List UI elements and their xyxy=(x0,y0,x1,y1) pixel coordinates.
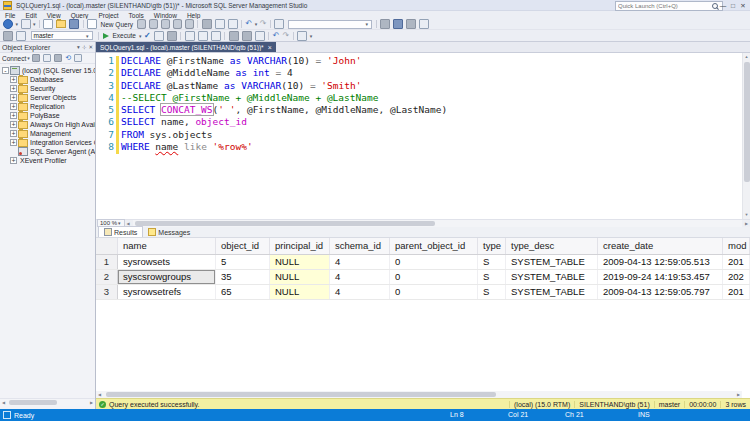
change-connection-icon[interactable] xyxy=(16,31,26,41)
grid-column-header[interactable] xyxy=(96,238,118,254)
editor-vscrollbar[interactable]: ▲ ▼ xyxy=(742,53,750,219)
grid-cell[interactable]: 3 xyxy=(96,285,118,299)
grid-cell[interactable]: 0 xyxy=(390,255,478,269)
open-file-icon[interactable] xyxy=(56,20,66,28)
menu-tools[interactable]: Tools xyxy=(124,12,149,19)
database-query-icon[interactable] xyxy=(149,19,158,29)
new-query-icon[interactable] xyxy=(87,19,97,29)
parse-icon[interactable]: ✓ xyxy=(144,32,151,40)
grid-cell[interactable]: syscsrowgroups xyxy=(118,270,216,284)
tree-item[interactable]: -(local) (SQL Server 15.0.2080.9 - SILEN… xyxy=(0,66,95,75)
window-position-icon[interactable]: ▾ xyxy=(77,44,80,50)
grid-cell[interactable]: NULL xyxy=(270,285,330,299)
grid-cell[interactable]: 65 xyxy=(216,285,270,299)
chevron-down-icon[interactable]: ▾ xyxy=(16,21,19,27)
grid-column-header[interactable]: mod xyxy=(723,238,750,254)
panel-icon[interactable] xyxy=(419,19,429,29)
chevron-down-icon[interactable]: ▾ xyxy=(33,21,36,27)
expand-icon[interactable]: + xyxy=(10,76,17,83)
code-area[interactable]: DECLARE @FirstName as VARCHAR(10) = 'Joh… xyxy=(121,55,447,153)
close-button[interactable]: ✕ xyxy=(738,1,748,10)
quick-launch-box[interactable] xyxy=(615,1,723,11)
close-pane-icon[interactable]: ✕ xyxy=(88,44,93,50)
menu-view[interactable]: View xyxy=(42,12,66,19)
expand-icon[interactable]: + xyxy=(10,103,17,110)
grid-cell[interactable]: SYSTEM_TABLE xyxy=(506,270,598,284)
query-options-icon[interactable] xyxy=(297,31,307,41)
menu-edit[interactable]: Edit xyxy=(20,12,41,19)
tree-item[interactable]: +Integration Services Catalogs xyxy=(0,138,95,147)
display-estimated-plan-icon[interactable]: ↶ xyxy=(273,32,280,40)
menu-query[interactable]: Query xyxy=(66,12,94,19)
grid-cell[interactable]: sysrowsets xyxy=(118,255,216,269)
tab-close-icon[interactable]: × xyxy=(268,44,272,51)
redo-icon[interactable]: ↷ xyxy=(260,20,267,28)
expand-icon[interactable]: + xyxy=(10,157,17,164)
grid-cell[interactable]: 2019-09-24 14:19:53.457 xyxy=(598,270,723,284)
grid-column-header[interactable]: type xyxy=(478,238,506,254)
menu-help[interactable]: Help xyxy=(182,12,205,19)
stop-icon[interactable] xyxy=(43,54,51,62)
expand-icon[interactable]: + xyxy=(10,85,17,92)
grid-cell[interactable]: 202 xyxy=(723,270,750,284)
grid-cell[interactable]: SYSTEM_TABLE xyxy=(506,255,598,269)
tree-item[interactable]: +Replication xyxy=(0,102,95,111)
tab-messages[interactable]: Messages xyxy=(143,227,195,237)
chevron-down-icon[interactable]: ▾ xyxy=(27,55,30,61)
menu-project[interactable]: Project xyxy=(93,12,123,19)
quick-launch-input[interactable] xyxy=(616,3,712,9)
analyze-icon[interactable] xyxy=(154,31,164,41)
grid-cell[interactable]: NULL xyxy=(270,270,330,284)
grid-cell[interactable]: 0 xyxy=(390,285,478,299)
grid-column-header[interactable]: create_date xyxy=(598,238,723,254)
maximize-button[interactable]: □ xyxy=(728,1,738,10)
object-explorer-hscrollbar[interactable]: ◀ ▶ xyxy=(0,398,95,406)
expand-icon[interactable]: + xyxy=(10,139,17,146)
find-combobox[interactable]: ▾ xyxy=(288,20,372,29)
paste-icon[interactable] xyxy=(228,19,238,29)
grid-cell[interactable]: 201 xyxy=(723,255,750,269)
pin-icon[interactable]: ⊹ xyxy=(82,44,87,50)
cut-icon[interactable] xyxy=(202,19,212,29)
execute-icon[interactable] xyxy=(103,33,109,39)
execute-button[interactable]: Execute xyxy=(113,32,137,39)
grid-cell[interactable]: SYSTEM_TABLE xyxy=(506,285,598,299)
copy-icon[interactable] xyxy=(215,19,225,29)
database-dropdown[interactable]: master▾ xyxy=(31,31,93,40)
chevron-down-icon[interactable]: ▾ xyxy=(310,33,313,39)
undo-icon[interactable]: ↶ xyxy=(246,20,253,28)
sql-editor[interactable]: 12345678 DECLARE @FirstName as VARCHAR(1… xyxy=(96,53,750,219)
tree-item[interactable]: +Server Objects xyxy=(0,93,95,102)
expand-icon[interactable]: + xyxy=(10,121,17,128)
grid-column-header[interactable]: type_desc xyxy=(506,238,598,254)
grid-cell[interactable]: 5 xyxy=(216,255,270,269)
new-query-button[interactable]: New Query xyxy=(101,21,134,28)
expand-icon[interactable]: + xyxy=(10,94,17,101)
results-hscrollbar[interactable]: ◀ ▶ xyxy=(96,391,742,398)
refresh-icon[interactable]: ⟲ xyxy=(65,54,71,62)
save-icon[interactable] xyxy=(69,19,79,29)
tree-item[interactable]: +Security xyxy=(0,84,95,93)
results-grid-icon[interactable] xyxy=(198,31,208,41)
tree-item[interactable]: +Management xyxy=(0,129,95,138)
include-actual-plan-icon[interactable]: ↷ xyxy=(282,32,289,40)
grid-cell[interactable]: 4 xyxy=(330,285,390,299)
results-file-icon[interactable] xyxy=(211,31,221,41)
grid-cell[interactable]: S xyxy=(478,285,506,299)
database-query-icon[interactable] xyxy=(185,19,194,29)
grid-column-header[interactable]: principal_id xyxy=(270,238,330,254)
grid-column-header[interactable]: name xyxy=(118,238,216,254)
properties-icon[interactable] xyxy=(380,19,390,29)
tree-item[interactable]: +XEvent Profiler xyxy=(0,156,95,165)
image-icon[interactable] xyxy=(393,19,403,29)
chevron-down-icon[interactable]: ▾ xyxy=(255,21,258,27)
grid-cell[interactable]: 4 xyxy=(330,270,390,284)
find-icon[interactable] xyxy=(274,19,284,29)
filter-icon[interactable] xyxy=(54,54,62,62)
database-query-icon[interactable] xyxy=(173,19,182,29)
uncomment-icon[interactable] xyxy=(242,31,252,41)
editor-hscrollbar[interactable] xyxy=(133,220,742,227)
database-query-icon[interactable] xyxy=(161,19,170,29)
tree-item[interactable]: SQL Server Agent (Agent XPs disabled) xyxy=(0,147,95,156)
window-layout-icon[interactable] xyxy=(21,19,31,29)
